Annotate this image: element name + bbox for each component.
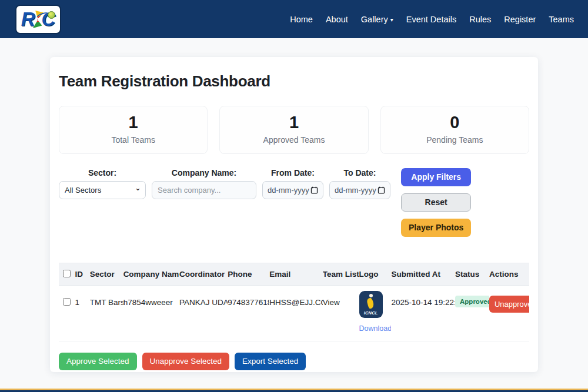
row-checkbox[interactable] <box>63 298 71 306</box>
logo-figure-body <box>366 297 375 309</box>
header-sector: Sector <box>90 263 123 286</box>
header-logo: Logo <box>359 263 392 286</box>
nav-item-rules[interactable]: Rules <box>469 15 491 24</box>
stat-approved-teams: 1 Approved Teams <box>219 106 368 154</box>
export-selected-button[interactable]: Export Selected <box>235 353 306 370</box>
cell-id: 1 <box>75 286 89 341</box>
nav-item-register[interactable]: Register <box>504 15 536 24</box>
filters-row: Sector: All Sectors ⌄ Company Name: From… <box>59 168 529 237</box>
cell-phone: 9748377618 <box>228 286 269 341</box>
stat-total-teams-label: Total Teams <box>59 135 207 145</box>
header-team-list: Team List <box>323 263 359 286</box>
player-photos-button[interactable]: Player Photos <box>401 219 471 237</box>
reset-button[interactable]: Reset <box>401 193 471 212</box>
company-search-input[interactable] <box>152 181 256 199</box>
nav-item-gallery-label: Gallery <box>361 15 388 24</box>
select-all-checkbox[interactable] <box>63 270 71 277</box>
from-date-value: dd-mm-yyyy <box>268 186 309 195</box>
header-coordinator: Coordinator <box>179 263 228 286</box>
to-date-input[interactable]: dd-mm-yyyy <box>329 181 390 199</box>
to-date-value: dd-mm-yyyy <box>335 186 376 195</box>
top-navbar: R C Home About Gallery▾ Event Details Ru… <box>0 0 588 38</box>
approve-selected-button[interactable]: Approve Selected <box>59 353 137 370</box>
calendar-icon <box>310 186 318 194</box>
status-badge: Approved <box>455 296 489 307</box>
stat-pending-teams: 0 Pending Teams <box>380 106 529 154</box>
unapprove-selected-button[interactable]: Unapprove Selected <box>142 353 229 370</box>
header-phone: Phone <box>228 263 269 286</box>
nav-item-event-details[interactable]: Event Details <box>406 15 456 24</box>
from-date-input[interactable]: dd-mm-yyyy <box>262 181 323 199</box>
header-submitted-at: Submitted At <box>391 263 455 286</box>
filter-company-group: Company Name: <box>152 168 256 199</box>
header-actions: Actions <box>489 263 529 286</box>
filter-from-date-group: From Date: dd-mm-yyyy <box>262 168 323 199</box>
nav-links: Home About Gallery▾ Event Details Rules … <box>290 15 574 24</box>
nav-item-teams[interactable]: Teams <box>549 15 574 24</box>
stat-pending-teams-value: 0 <box>381 113 529 132</box>
nav-item-about[interactable]: About <box>326 15 348 24</box>
logo-text: ICNCL <box>359 310 383 316</box>
team-logo-image[interactable]: ICNCL <box>359 291 383 318</box>
filter-buttons-column: Apply Filters Reset Player Photos <box>401 168 471 237</box>
chevron-down-icon: ▾ <box>390 16 393 23</box>
stat-pending-teams-label: Pending Teams <box>381 135 529 145</box>
cell-submitted-at: 2025-10-14 19:22:07 <box>391 286 455 341</box>
cell-email: HHSS@EJJ.COM <box>269 286 322 341</box>
teams-table-header: ID Sector Company Name Coordinator Phone… <box>59 263 529 286</box>
apply-filters-button[interactable]: Apply Filters <box>401 168 471 186</box>
stat-approved-teams-label: Approved Teams <box>220 135 368 145</box>
logo-download-link[interactable]: Download <box>359 324 392 333</box>
sector-label: Sector: <box>88 168 116 177</box>
stats-row: 1 Total Teams 1 Approved Teams 0 Pending… <box>59 106 529 154</box>
header-email: Email <box>269 263 322 286</box>
sector-select[interactable]: All Sectors <box>59 181 146 199</box>
nav-item-gallery[interactable]: Gallery▾ <box>361 15 393 24</box>
logo-figure-head <box>369 294 373 297</box>
nav-item-home[interactable]: Home <box>290 15 313 24</box>
stat-approved-teams-value: 1 <box>220 113 368 132</box>
filter-to-date-group: To Date: dd-mm-yyyy <box>329 168 390 199</box>
stat-total-teams-value: 1 <box>59 113 207 132</box>
stat-total-teams: 1 Total Teams <box>59 106 208 154</box>
from-date-label: From Date: <box>271 168 315 177</box>
header-company-name: Company Name <box>123 263 179 286</box>
unapprove-button[interactable]: Unapprove <box>489 296 529 313</box>
cell-sector: TMT Bars <box>90 286 123 341</box>
to-date-label: To Date: <box>344 168 376 177</box>
sector-select-wrap: All Sectors ⌄ <box>59 181 146 199</box>
tennis-ball-icon <box>48 11 55 19</box>
bulk-actions-row: Approve Selected Unapprove Selected Expo… <box>59 353 529 370</box>
table-row: 1 TMT Bars h7854wweeer PANKAJ UDAS 97483… <box>59 286 529 341</box>
cell-company-name: h7854wweeer <box>123 286 179 341</box>
filter-sector-group: Sector: All Sectors ⌄ <box>59 168 146 199</box>
teams-table: ID Sector Company Name Coordinator Phone… <box>59 263 529 341</box>
dashboard-card: Team Registration Dashboard 1 Total Team… <box>50 57 538 372</box>
page-title: Team Registration Dashboard <box>59 72 529 91</box>
header-id: ID <box>75 263 89 286</box>
header-status: Status <box>455 263 489 286</box>
company-name-label: Company Name: <box>172 168 236 177</box>
calendar-icon <box>377 186 385 194</box>
cell-coordinator: PANKAJ UDAS <box>179 286 228 341</box>
brand-logo[interactable]: R C <box>15 5 61 34</box>
brand-letter-r: R <box>21 9 35 29</box>
team-list-view-link[interactable]: View <box>323 298 340 307</box>
